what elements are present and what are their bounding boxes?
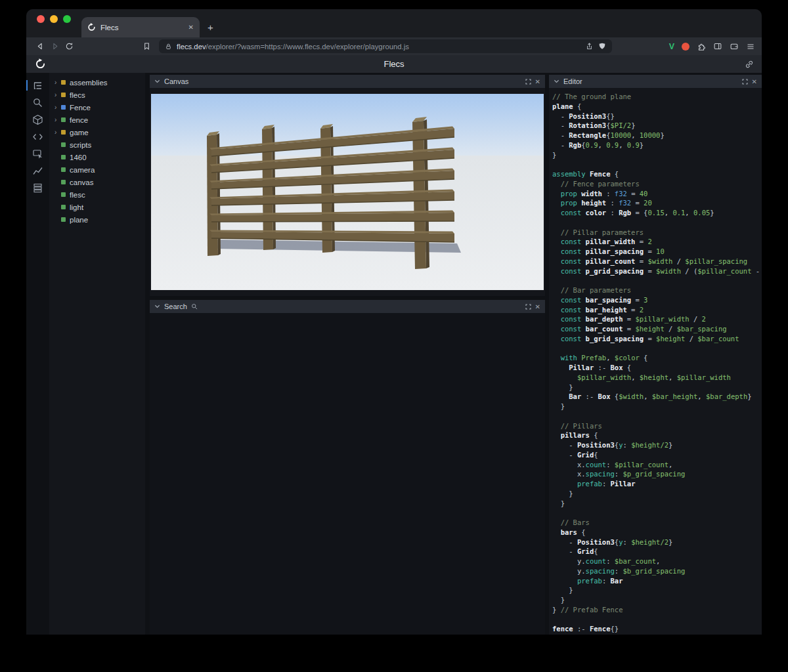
sidebar-inspect-button[interactable] bbox=[26, 145, 49, 162]
tree-item-scripts[interactable]: scripts bbox=[49, 138, 145, 151]
tab-close-icon[interactable]: ✕ bbox=[188, 24, 194, 31]
editor-panel-body[interactable]: // The ground planeplane { - Position3{}… bbox=[549, 88, 762, 635]
code-line[interactable]: const bar_spacing = 3 bbox=[552, 295, 762, 305]
code-line[interactable]: bars { bbox=[552, 528, 762, 537]
code-line[interactable]: const pillar_width = 2 bbox=[552, 237, 762, 247]
code-line[interactable]: } bbox=[552, 595, 762, 605]
close-panel-icon[interactable]: ✕ bbox=[535, 303, 540, 310]
code-line[interactable]: prop width : f32 = 40 bbox=[552, 189, 762, 199]
code-line[interactable]: - Grid{ bbox=[552, 547, 762, 556]
sidebar-search-button[interactable] bbox=[26, 94, 49, 111]
wallet-icon[interactable] bbox=[730, 42, 739, 51]
code-line[interactable]: y.count: $bar_count, bbox=[552, 556, 762, 566]
code-line[interactable] bbox=[552, 344, 762, 354]
code-line[interactable]: const bar_depth = $pillar_width / 2 bbox=[552, 314, 762, 324]
expand-arrow-icon[interactable]: › bbox=[55, 79, 61, 86]
collapse-chevron-icon[interactable] bbox=[154, 79, 160, 84]
code-line[interactable]: - Rotation3{$PI/2} bbox=[552, 121, 762, 131]
collapse-chevron-icon[interactable] bbox=[554, 79, 559, 84]
extension-v-button[interactable]: V bbox=[669, 42, 674, 51]
search-panel-body[interactable] bbox=[150, 313, 545, 635]
code-line[interactable]: } bbox=[552, 489, 762, 499]
sidebar-stats-button[interactable] bbox=[26, 162, 49, 179]
close-panel-icon[interactable]: ✕ bbox=[535, 78, 540, 85]
tree-item-light[interactable]: light bbox=[49, 201, 145, 213]
browser-tab[interactable]: Flecs ✕ bbox=[81, 17, 200, 37]
tree-item-flecs[interactable]: ›flecs bbox=[49, 89, 145, 101]
code-line[interactable]: x.spacing: $p_grid_spacing bbox=[552, 469, 762, 479]
code-line[interactable] bbox=[552, 411, 762, 421]
sidebar-queries-button[interactable] bbox=[26, 111, 49, 128]
code-line[interactable]: with Prefab, $color { bbox=[552, 353, 762, 363]
url-bar[interactable]: flecs.dev/explorer/?wasm=https://www.fle… bbox=[159, 39, 612, 53]
extension-red-button[interactable] bbox=[682, 43, 690, 51]
code-line[interactable]: - Rectangle{10000, 10000} bbox=[552, 131, 762, 140]
menu-hamburger-icon[interactable] bbox=[746, 43, 755, 51]
minimize-window-button[interactable] bbox=[50, 15, 58, 23]
shield-icon[interactable] bbox=[598, 42, 606, 51]
reload-button[interactable] bbox=[62, 42, 76, 51]
tree-item-fence[interactable]: ›fence bbox=[49, 114, 145, 126]
code-line[interactable]: - Position3{y: $height/2} bbox=[552, 440, 762, 450]
code-line[interactable]: pillars { bbox=[552, 430, 762, 440]
code-line[interactable]: prop height : f32 = 20 bbox=[552, 198, 762, 208]
expand-arrow-icon[interactable]: › bbox=[55, 92, 61, 98]
expand-arrow-icon[interactable]: › bbox=[55, 129, 61, 136]
code-line[interactable]: - Position3{} bbox=[552, 112, 762, 121]
tree-item-assemblies[interactable]: ›assemblies bbox=[49, 76, 145, 89]
code-line[interactable]: const bar_count = $height / $bar_spacing bbox=[552, 324, 762, 334]
code-line[interactable]: - Position3{y: $height/2} bbox=[552, 537, 762, 547]
code-line[interactable] bbox=[552, 218, 762, 228]
code-line[interactable]: - Grid{ bbox=[552, 450, 762, 460]
code-line[interactable]: } bbox=[552, 585, 762, 595]
code-line[interactable]: } bbox=[552, 402, 762, 411]
code-line[interactable] bbox=[552, 159, 762, 169]
sidebar-memory-button[interactable] bbox=[26, 179, 49, 196]
code-line[interactable]: // Pillar parameters bbox=[552, 228, 762, 238]
code-line[interactable]: } // Prefab Fence bbox=[552, 605, 762, 615]
code-line[interactable]: // Bars bbox=[552, 518, 762, 528]
bookmark-button[interactable] bbox=[139, 42, 154, 51]
code-line[interactable]: // The ground plane bbox=[552, 92, 762, 102]
tree-item-Fence[interactable]: ›Fence bbox=[49, 101, 145, 114]
close-panel-icon[interactable]: ✕ bbox=[752, 78, 757, 85]
tree-item-plane[interactable]: plane bbox=[49, 213, 145, 226]
close-window-button[interactable] bbox=[37, 15, 45, 23]
code-line[interactable]: assembly Fence { bbox=[552, 169, 762, 179]
code-line[interactable]: y.spacing: $b_grid_spacing bbox=[552, 566, 762, 576]
code-line[interactable]: const b_grid_spacing = $height / $bar_co… bbox=[552, 334, 762, 344]
code-line[interactable]: // Pillars bbox=[552, 421, 762, 431]
code-line[interactable] bbox=[552, 615, 762, 625]
code-line[interactable]: fence :- Fence{} bbox=[552, 624, 762, 634]
code-line[interactable]: plane { bbox=[552, 102, 762, 112]
sidebar-toggle-icon[interactable] bbox=[713, 42, 722, 51]
code-line[interactable]: Pillar :- Box { bbox=[552, 363, 762, 373]
back-button[interactable] bbox=[33, 42, 47, 51]
sidebar-code-button[interactable] bbox=[26, 128, 49, 145]
tree-item-canvas[interactable]: canvas bbox=[49, 176, 145, 188]
share-link-icon[interactable] bbox=[745, 60, 754, 69]
expand-panel-icon[interactable] bbox=[525, 79, 531, 85]
code-line[interactable]: // Bar parameters bbox=[552, 285, 762, 295]
code-line[interactable]: - Rgb{0.9, 0.9, 0.9} bbox=[552, 140, 762, 150]
code-line[interactable]: } bbox=[552, 383, 762, 392]
expand-panel-icon[interactable] bbox=[742, 79, 748, 85]
new-tab-button[interactable]: + bbox=[208, 22, 213, 33]
expand-panel-icon[interactable] bbox=[525, 304, 531, 310]
code-line[interactable]: // Fence parameters bbox=[552, 179, 762, 189]
code-line[interactable]: Bar :- Box {$width, $bar_height, $bar_de… bbox=[552, 392, 762, 402]
forward-button[interactable] bbox=[47, 42, 62, 51]
collapse-chevron-icon[interactable] bbox=[154, 304, 160, 309]
code-line[interactable]: const pillar_spacing = 10 bbox=[552, 247, 762, 257]
share-icon[interactable] bbox=[585, 42, 594, 51]
zoom-window-button[interactable] bbox=[63, 15, 71, 23]
code-line[interactable] bbox=[552, 276, 762, 285]
sidebar-entity-tree-button[interactable] bbox=[26, 77, 49, 94]
code-line[interactable] bbox=[552, 508, 762, 518]
code-line[interactable]: const pillar_count = $width / $pillar_sp… bbox=[552, 257, 762, 266]
code-line[interactable]: } bbox=[552, 499, 762, 509]
editor-code[interactable]: // The ground planeplane { - Position3{}… bbox=[552, 92, 762, 634]
canvas-3d-viewport[interactable] bbox=[151, 94, 544, 290]
tree-item-1460[interactable]: 1460 bbox=[49, 151, 145, 163]
code-line[interactable]: x.count: $pillar_count, bbox=[552, 460, 762, 470]
